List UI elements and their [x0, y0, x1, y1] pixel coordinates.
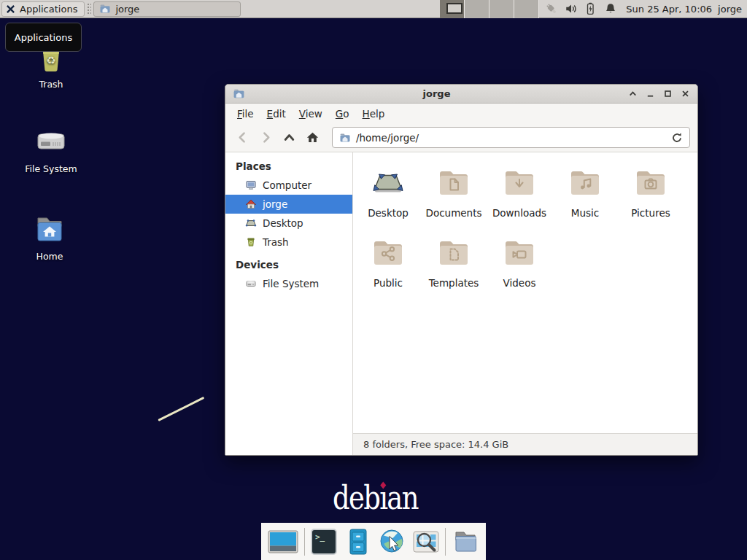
- show-desktop-icon: [267, 527, 299, 556]
- shade-button[interactable]: [628, 89, 638, 98]
- menubar: File Edit View Go Help: [225, 104, 697, 123]
- minimize-button[interactable]: [646, 89, 655, 98]
- close-button[interactable]: [681, 89, 690, 98]
- workspace-3[interactable]: [489, 0, 514, 18]
- folder-item-documents[interactable]: Documents: [421, 166, 487, 236]
- system-tray: [545, 2, 617, 15]
- sidebar-item-label: jorge: [263, 198, 287, 210]
- taskbar-handle: [87, 3, 91, 15]
- reload-icon[interactable]: [671, 132, 683, 144]
- show-desktop-button[interactable]: [267, 527, 299, 556]
- workspace-1[interactable]: [440, 0, 465, 18]
- applications-menu-label: Applications: [20, 4, 77, 15]
- folder-item-pictures[interactable]: Pictures: [618, 166, 684, 236]
- globe-browser-icon: [377, 527, 406, 556]
- folder-item-videos[interactable]: Videos: [487, 236, 552, 306]
- menu-help[interactable]: Help: [356, 106, 392, 122]
- debian-logo-text: an: [387, 478, 417, 517]
- desktop-icon-file-system[interactable]: File System: [16, 124, 86, 174]
- folder-label: Documents: [426, 207, 482, 219]
- desktop-icon-label: Trash: [16, 79, 86, 90]
- workspace-4[interactable]: [514, 0, 539, 18]
- desktop-icon-label: File System: [16, 163, 86, 174]
- folder-label: Public: [374, 277, 403, 289]
- menu-view[interactable]: View: [293, 106, 329, 122]
- downloads-folder-icon: [502, 166, 537, 201]
- workspace-2[interactable]: [465, 0, 489, 18]
- debian-logo-text: deb: [333, 478, 379, 517]
- folder-label: Pictures: [631, 207, 670, 219]
- network-icon[interactable]: [545, 2, 558, 15]
- folder-item-music[interactable]: Music: [552, 166, 618, 236]
- menu-file[interactable]: File: [231, 106, 260, 122]
- file-manager-launcher[interactable]: [344, 527, 373, 556]
- location-bar[interactable]: /home/jorge/: [332, 127, 690, 148]
- applications-menu-button[interactable]: Applications: [1, 1, 85, 17]
- menu-edit[interactable]: Edit: [260, 106, 293, 122]
- tooltip-text: Applications: [15, 32, 72, 43]
- maximize-button[interactable]: [663, 89, 673, 98]
- sidebar-item-jorge[interactable]: jorge: [225, 195, 352, 214]
- window-title: jorge: [245, 88, 628, 99]
- taskbar-window-label: jorge: [115, 4, 139, 15]
- file-manager-window: jorge File Edit View Go Help: [225, 84, 698, 456]
- back-button[interactable]: [233, 128, 252, 147]
- folder-launcher[interactable]: [451, 527, 480, 556]
- sidebar-item-computer[interactable]: Computer: [225, 176, 352, 195]
- folder-label: Downloads: [492, 207, 546, 219]
- location-path[interactable]: /home/jorge/: [356, 132, 666, 144]
- xfce-logo-icon: [5, 4, 16, 15]
- folder-item-desktop[interactable]: Desktop: [355, 166, 421, 236]
- dock-separator: [445, 528, 446, 556]
- desktop-icon-label: Home: [15, 251, 85, 262]
- folder-item-public[interactable]: Public: [355, 236, 421, 306]
- window-titlebar[interactable]: jorge: [225, 85, 697, 104]
- terminal-launcher[interactable]: >_: [309, 527, 338, 556]
- sidebar-item-label: Computer: [263, 179, 311, 191]
- volume-icon[interactable]: [565, 2, 578, 15]
- taskbar-window-button[interactable]: jorge: [93, 1, 241, 17]
- workspace-switcher: [440, 0, 539, 18]
- dock: >_: [261, 523, 486, 560]
- videos-folder-icon: [502, 236, 537, 271]
- home-button[interactable]: [303, 128, 322, 147]
- forward-button[interactable]: [256, 128, 275, 147]
- window-controls: [628, 89, 690, 98]
- app-finder-launcher[interactable]: [411, 527, 441, 556]
- folder-icon: [99, 3, 111, 15]
- desktop-root: Applications jorge: [0, 0, 747, 560]
- battery-icon[interactable]: [584, 2, 597, 15]
- public-folder-icon: [371, 236, 406, 271]
- top-panel: Applications jorge: [0, 0, 747, 18]
- svg-text:>_: >_: [315, 532, 325, 542]
- sidebar-header-places: Places: [225, 158, 352, 176]
- sidebar-item-desktop[interactable]: Desktop: [225, 214, 352, 233]
- file-cabinet-icon: [344, 527, 373, 556]
- documents-folder-icon: [436, 166, 471, 201]
- app-finder-icon: [411, 527, 441, 556]
- web-browser-launcher[interactable]: [377, 527, 406, 556]
- notifications-bell-icon[interactable]: [604, 2, 617, 15]
- sidebar-item-label: Trash: [263, 236, 289, 248]
- folder-label: Videos: [503, 277, 536, 289]
- window-folder-icon: [233, 88, 245, 100]
- workspace-window-preview: [446, 3, 462, 14]
- sidebar-item-trash[interactable]: Trash: [225, 233, 352, 252]
- folder-item-templates[interactable]: Templates: [421, 236, 487, 306]
- up-button[interactable]: [279, 128, 298, 147]
- templates-folder-icon: [436, 236, 471, 271]
- folder-item-downloads[interactable]: Downloads: [487, 166, 552, 236]
- home-icon: [245, 198, 257, 210]
- desktop-icon-home[interactable]: Home: [15, 211, 85, 262]
- home-folder-icon: [32, 211, 67, 246]
- cursor-artifact: [158, 397, 204, 421]
- computer-icon: [245, 179, 257, 191]
- folder-label: Desktop: [368, 207, 409, 219]
- toolbar: /home/jorge/: [225, 123, 697, 152]
- menu-go[interactable]: Go: [329, 106, 356, 122]
- panel-username[interactable]: jorge: [718, 4, 742, 15]
- statusbar: 8 folders, Free space: 14.4 GiB: [353, 433, 697, 455]
- folder-label: Templates: [429, 277, 479, 289]
- panel-clock[interactable]: Sun 25 Apr, 10:06: [626, 4, 712, 15]
- sidebar-item-file-system[interactable]: File System: [225, 274, 352, 293]
